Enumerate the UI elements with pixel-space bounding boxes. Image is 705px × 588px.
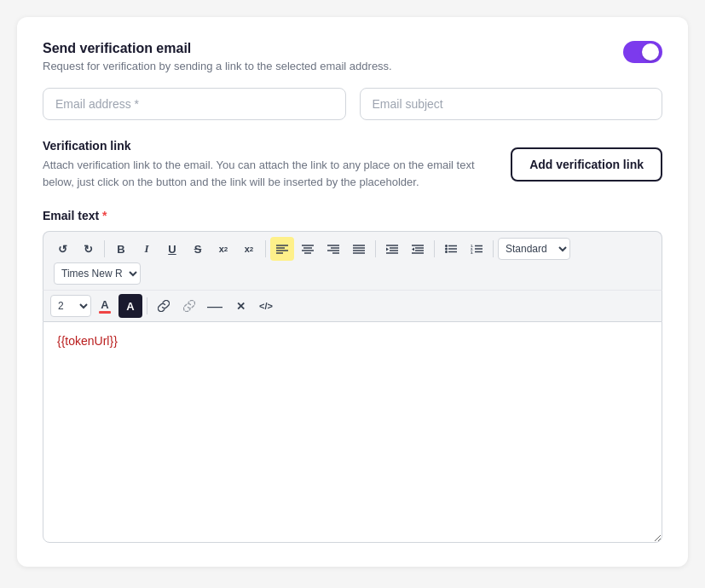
svg-point-26	[445, 245, 448, 247]
toolbar-sep-3	[375, 240, 376, 257]
fields-row	[43, 88, 662, 120]
svg-marker-20	[386, 248, 389, 251]
card-title: Send verification email	[43, 41, 392, 56]
vlink-desc: Attach verification link to the email. Y…	[43, 157, 486, 190]
toolbar-sep-2	[265, 240, 266, 257]
email-subject-input[interactable]	[360, 88, 663, 120]
font-color-button[interactable]: A	[93, 294, 117, 318]
font-select[interactable]: Times New R Arial Courier New Georgia	[54, 262, 141, 285]
align-center-button[interactable]	[296, 237, 320, 261]
email-text-label: Email text *	[43, 209, 662, 222]
editor-toolbar-row1: ↺ ↻ B I U S x2 x2	[43, 231, 662, 290]
align-justify-button[interactable]	[347, 237, 371, 261]
bg-color-button[interactable]: A	[118, 294, 142, 318]
editor-toolbar-row2: 2 1 3 4 5 6 7 A A — ✕	[43, 290, 662, 321]
card-header: Send verification email Request for veri…	[43, 41, 662, 72]
svg-point-28	[445, 251, 448, 253]
token-placeholder: {{tokenUrl}}	[57, 334, 118, 348]
outdent-button[interactable]	[406, 237, 430, 261]
card-subtitle: Request for verification by sending a li…	[43, 60, 392, 72]
svg-point-27	[445, 248, 448, 251]
remove-link-button[interactable]	[177, 294, 201, 318]
vlink-text: Verification link Attach verification li…	[43, 139, 486, 190]
ordered-list-button[interactable]: 1.2.3.	[465, 237, 488, 261]
insert-link-button[interactable]	[152, 294, 176, 318]
unordered-list-button[interactable]	[439, 237, 463, 261]
header-text: Send verification email Request for veri…	[43, 41, 392, 72]
clear-formatting-button[interactable]: ✕	[228, 294, 252, 318]
toggle-wrap[interactable]	[623, 41, 662, 63]
required-marker: *	[99, 209, 107, 222]
toggle-slider	[623, 41, 662, 63]
redo-button[interactable]: ↻	[76, 237, 100, 261]
add-verification-link-button[interactable]: Add verification link	[511, 147, 662, 182]
email-text-section: Email text * ↺ ↻ B I U S x2 x2	[43, 209, 662, 543]
italic-button[interactable]: I	[135, 237, 159, 261]
style-select[interactable]: Standard Heading 1 Heading 2 Heading 3	[498, 238, 570, 260]
toolbar-sep-4	[434, 240, 435, 257]
align-right-button[interactable]	[321, 237, 345, 261]
font-size-select[interactable]: 2 1 3 4 5 6 7	[50, 295, 91, 317]
hr-button[interactable]: —	[203, 294, 227, 318]
strikethrough-button[interactable]: S	[186, 237, 210, 261]
underline-button[interactable]: U	[160, 237, 184, 261]
subscript-button[interactable]: x2	[211, 237, 235, 261]
align-left-button[interactable]	[270, 237, 294, 261]
send-verification-card: Send verification email Request for veri…	[17, 17, 688, 567]
vlink-title: Verification link	[43, 139, 486, 153]
editor-wrap: {{tokenUrl}}	[43, 321, 662, 543]
email-address-input[interactable]	[43, 88, 346, 120]
svg-text:3.: 3.	[471, 251, 473, 254]
toggle-switch[interactable]	[623, 41, 662, 63]
bold-button[interactable]: B	[109, 237, 133, 261]
source-button[interactable]: </>	[254, 294, 278, 318]
toolbar-sep-6	[147, 297, 147, 314]
indent-button[interactable]	[380, 237, 404, 261]
toolbar-sep-1	[104, 240, 105, 257]
svg-marker-25	[412, 248, 414, 251]
verification-link-section: Verification link Attach verification li…	[43, 139, 662, 190]
superscript-button[interactable]: x2	[237, 237, 261, 261]
toolbar-sep-5	[493, 240, 494, 257]
email-text-editor[interactable]: {{tokenUrl}}	[43, 321, 662, 543]
undo-button[interactable]: ↺	[50, 237, 74, 261]
